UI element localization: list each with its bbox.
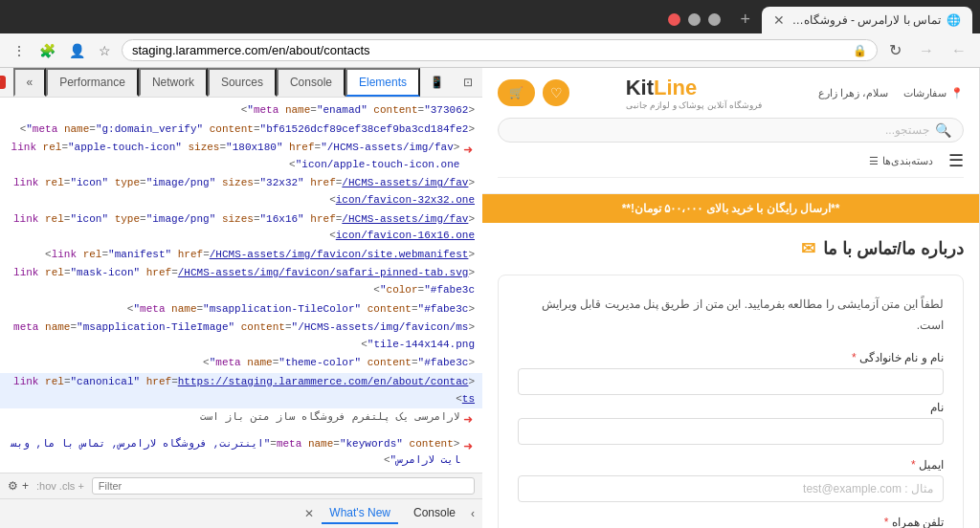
phone-label: تلفن همراه *: [518, 516, 944, 528]
code-line[interactable]: <link rel="icon" type="image/png" sizes=…: [0, 174, 482, 209]
code-text: <link rel="mask-icon" href=/HCMS-assets/…: [8, 265, 475, 298]
address-bar[interactable]: [132, 43, 847, 57]
profile-btn[interactable]: 👤: [64, 40, 90, 61]
code-line[interactable]: <meta name="msapplication-TileImage" con…: [0, 319, 482, 354]
code-block: <meta name="enamad" content="373062"> <m…: [0, 98, 482, 473]
logo-line: Line: [654, 76, 697, 100]
nav-menu: ☰ دسته‌بندی‌ها ☰: [498, 150, 964, 178]
devtools-tab-network[interactable]: Network: [139, 68, 208, 97]
devtools-tab-performance[interactable]: Performance: [46, 68, 139, 97]
filter-input[interactable]: [92, 477, 475, 495]
code-text: <link rel="canonical" href=https://stagi…: [8, 374, 475, 407]
new-tab-button[interactable]: +: [732, 6, 758, 33]
hamburger-icon[interactable]: ☰: [948, 150, 964, 171]
name-family-required: *: [852, 351, 857, 364]
site-search-bar: 🔍: [498, 118, 964, 143]
email-label: ایمیل *: [518, 458, 944, 472]
code-line[interactable]: <meta name="msapplication-TileColor" con…: [0, 300, 482, 319]
maximize-btn[interactable]: [688, 13, 701, 26]
extensions-btn[interactable]: 🧩: [34, 40, 60, 61]
logo-tagline: فروشگاه آنلاین پوشاک و لوازم جانبی: [626, 100, 763, 110]
categories-label: دسته‌بندی‌ها: [882, 155, 933, 167]
minimize-btn[interactable]: [708, 13, 721, 26]
refresh-button[interactable]: ↻: [883, 37, 907, 63]
code-line[interactable]: <link rel="icon" type="image/png" sizes=…: [0, 210, 482, 246]
devtools-toolbar: ⊡ 📱 Elements Console Sources Network Per…: [0, 68, 482, 98]
close-btn[interactable]: [668, 13, 680, 26]
card-description: لطفاً این متن آزمایشی را مطالعه بفرمایید…: [518, 295, 944, 336]
filter-add-btn[interactable]: +: [22, 479, 29, 493]
device-toolbar-btn[interactable]: 📱: [420, 70, 454, 95]
devtools-filter-bar: :hov .cls + + ⚙: [0, 473, 482, 498]
user-greeting: سلام، زهرا زارع: [818, 87, 888, 99]
name-input[interactable]: [518, 418, 944, 445]
devtools-tab-elements[interactable]: Elements: [345, 68, 420, 97]
email-input[interactable]: [518, 475, 944, 502]
devtools-tab-console[interactable]: Console: [277, 68, 345, 97]
menu-btn[interactable]: ⋮: [8, 40, 31, 61]
code-line[interactable]: <link rel="manifest" href=/HCMS-assets/i…: [0, 246, 482, 265]
user-info: 📍 سفارشات سلام، زهرا زارع: [818, 87, 964, 99]
browser-tab-active[interactable]: 🌐 تماس با لارامرس - فروشگاه اینترنت... ✕: [762, 7, 972, 33]
element-picker-btn[interactable]: ⊡: [454, 70, 482, 95]
forward-button[interactable]: →: [913, 38, 940, 63]
code-line-apple-touch[interactable]: ➜ <link rel="apple-touch-icon" sizes="18…: [0, 139, 482, 174]
name-family-group: نام و نام خانوادگی * نام: [518, 351, 944, 445]
code-text: <meta name="keywords" content="اینترنت, …: [8, 436, 459, 470]
code-text: <meta name="g:domain_verify" content="bf…: [20, 121, 475, 139]
categories-icon: ☰: [869, 155, 879, 167]
address-bar-container: 🔒: [122, 39, 878, 61]
cart-btn[interactable]: 🛒: [498, 79, 535, 106]
code-line[interactable]: <meta name="enamad" content="373062">: [0, 101, 482, 121]
back-button[interactable]: ←: [946, 38, 972, 63]
code-line-canonical[interactable]: <link rel="canonical" href=https://stagi…: [0, 373, 482, 408]
main-area: 📍 سفارشات سلام، زهرا زارع KitLine فروشگا…: [0, 68, 980, 528]
tab-favicon: 🌐: [947, 13, 961, 27]
nav-bar: ← → ↻ 🔒 ☆ 👤 🧩 ⋮: [0, 33, 980, 68]
filter-hint: :hov .cls +: [36, 480, 84, 492]
nav-categories[interactable]: دسته‌بندی‌ها ☰: [869, 155, 933, 167]
tab-close-btn[interactable]: ✕: [773, 12, 785, 28]
code-line-persian1[interactable]: ➜ لارامرسی یک پلتفرم فروشگاه ساز متن باز…: [0, 408, 482, 435]
devtools-tab-more[interactable]: »: [13, 68, 47, 97]
code-line-keywords[interactable]: ➜ <meta name="keywords" content="اینترنت…: [0, 435, 482, 471]
filter-settings-btn[interactable]: ⚙: [8, 479, 18, 493]
phone-required: *: [884, 516, 889, 528]
arrow-indicator: ➜: [463, 140, 473, 165]
whats-new-close-btn[interactable]: ✕: [304, 507, 314, 520]
code-text: <link rel="icon" type="image/png" sizes=…: [8, 175, 475, 209]
code-line[interactable]: <meta name="theme-color" content="#fabe3…: [0, 354, 482, 373]
name-family-input[interactable]: [518, 368, 944, 395]
console-tab[interactable]: Console: [406, 503, 463, 524]
tab-title: تماس با لارامرس - فروشگاه اینترنت...: [791, 13, 941, 27]
code-text: <meta name="msapplication-TileColor" con…: [127, 301, 475, 319]
devtools-tab-sources[interactable]: Sources: [208, 68, 277, 97]
wishlist-link[interactable]: سفارشات: [903, 87, 947, 99]
code-text: <link rel="manifest" href=/HCMS-assets/i…: [45, 247, 475, 264]
filter-actions: + ⚙: [8, 479, 29, 493]
search-input[interactable]: [510, 123, 929, 137]
phone-label-text: تلفن همراه: [892, 516, 944, 528]
tab-bar: 🌐 تماس با لارامرس - فروشگاه اینترنت... ✕…: [0, 0, 980, 33]
code-text: لارامرسی یک پلتفرم فروشگاه ساز متن باز ا…: [200, 409, 459, 427]
heart-wishlist-btn[interactable]: ♡: [543, 79, 569, 106]
phone-group: تلفن همراه *: [518, 516, 944, 528]
arrow-indicator-2: ➜: [463, 409, 473, 434]
code-text: <meta name="enamad" content="373062">: [241, 102, 475, 120]
promo-bar: **ارسال رایگان با خرید بالای ۵۰۰،۰۰۰ توم…: [482, 194, 979, 223]
code-text: <meta name="theme-color" content="#fabe3…: [203, 355, 475, 372]
code-line[interactable]: <link rel="mask-icon" href=/HCMS-assets/…: [0, 264, 482, 299]
whats-new-tab[interactable]: What's New: [322, 503, 398, 524]
site-actions: ♡ 🛒: [498, 79, 569, 106]
console-bar: › Console What's New ✕: [0, 498, 482, 528]
bookmark-btn[interactable]: ☆: [94, 40, 116, 61]
location-icon: 📍: [950, 87, 964, 99]
email-label-text: ایمیل: [919, 458, 944, 472]
code-text: <link rel="icon" type="image/png" sizes=…: [8, 211, 475, 245]
code-text: <link rel="apple-touch-icon" sizes="180x…: [8, 140, 459, 173]
site-header: 📍 سفارشات سلام، زهرا زارع KitLine فروشگا…: [482, 68, 979, 194]
devtools-badges: 7 ▲ 1 10 ⚙ ✕: [0, 70, 13, 95]
mail-icon: ✉: [801, 238, 815, 259]
page-title-text: درباره ما/تماس با ما: [823, 238, 964, 259]
code-line[interactable]: <meta name="g:domain_verify" content="bf…: [0, 121, 482, 140]
